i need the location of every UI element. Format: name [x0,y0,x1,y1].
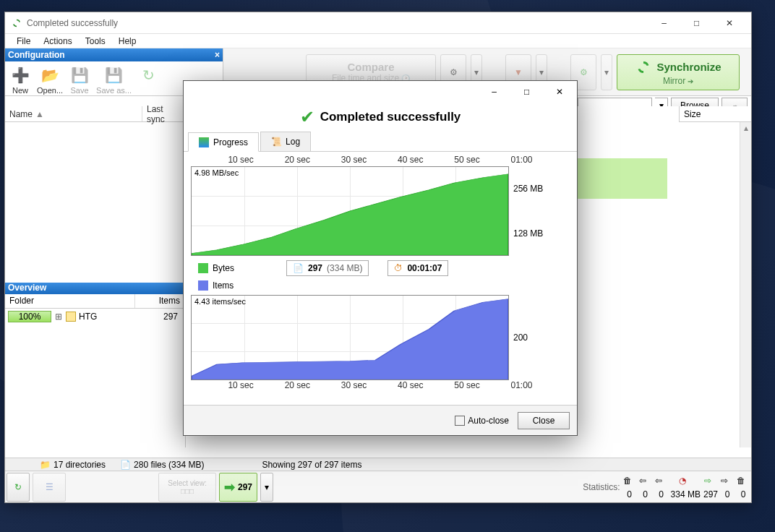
minimize-button[interactable]: – [648,13,680,33]
title-bar: Completed successfully – □ ✕ [5,12,751,34]
synchronize-button[interactable]: Synchronize Mirror ➔ [617,54,740,90]
autoclose-option[interactable]: Auto-close [455,416,509,426]
select-view-panel: Select view: □□□ [158,473,216,502]
select-view-label: Select view: [168,479,206,487]
gear-icon: ⚙ [580,67,588,77]
charts-area: 10 sec20 sec30 sec40 sec50 sec01:00 4.98… [184,152,577,395]
legend-row: Bytes 📄 297 (334 MB) ⏱ 00:01:07 [191,256,570,280]
stat-update-right: ⇨0 [721,476,734,499]
showing-text: Showing 297 of 297 items [262,460,361,470]
items-y-labels: 200 [509,295,555,380]
overview-row[interactable]: 100% ⊞ HTG 297 [5,309,185,325]
open-label: Open... [37,86,63,95]
save-config-button[interactable]: 💾 Save [67,64,92,96]
plus-icon: ⇦ [655,476,668,489]
sync-icon [635,59,652,76]
save-icon: 💾 [70,66,89,85]
sync-subtitle: Mirror [663,76,685,86]
bytes-area-fill [192,167,508,255]
autoclose-checkbox[interactable] [455,416,465,426]
new-label: New [12,86,28,95]
tab-progress[interactable]: Progress [188,132,259,152]
plus-right-icon: ⇨ [704,476,717,489]
status-summary-row: 📁 17 directories 📄 280 files (334 MB) Sh… [5,458,751,471]
bytes-x-axis: 10 sec20 sec30 sec40 sec50 sec01:00 [191,155,570,166]
sync-settings-dropdown-button[interactable]: ▾ [601,54,612,90]
items-chart: 4.43 items/sec [191,295,509,380]
trash-icon: 🗑 [737,476,750,489]
dialog-maximize-button[interactable]: □ [510,82,543,102]
ov-col-folder[interactable]: Folder [5,294,135,308]
autoclose-label: Auto-close [468,416,509,426]
dialog-footer: Auto-close Close [184,405,577,435]
progress-icon [199,137,209,147]
window-title: Completed successfully [27,18,648,28]
refresh-button[interactable]: ↻ [7,473,30,502]
col-name[interactable]: Name ▲ [5,106,142,121]
stat-delete-left: 🗑0 [623,476,636,499]
status-area: 📁 17 directories 📄 280 files (334 MB) Sh… [5,458,751,502]
bytes-legend-label: Bytes [213,263,234,273]
menu-help[interactable]: Help [113,35,142,48]
clock-icon: ⏱ [394,263,403,273]
status-action-row: ↻ ☰ Select view: □□□ ➡ 297 ▾ Statistics:… [5,471,751,503]
folder-icon: 📁 [40,460,51,470]
items-x-axis: 10 sec20 sec30 sec40 sec50 sec01:00 [191,380,570,392]
progress-pct: 100% [19,312,41,322]
stat-create-right: ⇨297 [703,476,718,499]
menu-file[interactable]: File [11,35,36,48]
sync-count-button[interactable]: ➡ 297 [219,473,257,502]
dialog-minimize-button[interactable]: – [478,82,510,102]
ov-col-items[interactable]: Items [135,294,185,308]
close-button[interactable]: Close [518,412,570,429]
file-icon: 📄 [293,263,304,273]
arrow-right-icon: ⇨ [721,476,734,489]
menu-bar: File Actions Tools Help [5,34,751,48]
sync-dropdown-button[interactable]: ▾ [260,473,273,502]
sync-title: Synchronize [656,61,721,73]
svg-marker-1 [192,299,508,379]
save-label: Save [71,86,89,95]
tab-log[interactable]: 📜 Log [260,132,311,151]
maximize-button[interactable]: □ [680,13,713,33]
file-icon: 📄 [120,460,131,470]
items-legend-swatch [198,280,208,291]
items-rate-label: 4.43 items/sec [194,297,246,306]
saveas-config-button[interactable]: 💾 Save as... [93,64,134,96]
col-lastsync[interactable]: Last sync [142,106,185,121]
tab-log-label: Log [286,137,300,147]
sync-count: 297 [238,482,252,492]
open-config-button[interactable]: 📂 Open... [34,64,66,96]
menu-tools[interactable]: Tools [80,35,111,48]
elapsed-value: 00:01:07 [407,263,442,273]
expand-icon[interactable]: ⊞ [54,312,63,322]
stat-delete-right: 🗑0 [737,476,750,499]
new-config-button[interactable]: ➕ New [8,64,33,96]
menu-actions[interactable]: Actions [38,35,77,48]
app-icon [11,17,22,29]
overview-columns: Folder Items [5,294,185,309]
view-mode-button[interactable]: ☰ [33,473,66,502]
close-window-button[interactable]: ✕ [713,13,745,33]
bytes-chart: 4.98 MB/sec [191,166,509,256]
dialog-title: Completed successfully [320,110,461,124]
close-label: Close [533,416,555,426]
count-value: 297 [308,263,322,273]
progress-bar: 100% [8,311,51,322]
refresh-icon: ↻ [14,482,22,492]
stat-update-left: ⇦0 [639,476,652,499]
configuration-close-icon[interactable]: × [215,50,220,60]
stat-size: ◔334 MB [671,476,701,499]
folder-icon [66,312,76,322]
bytes-rate-label: 4.98 MB/sec [194,168,239,177]
grid-size-col[interactable]: Size [679,106,751,122]
pie-icon: ◔ [679,476,692,489]
dialog-close-button[interactable]: ✕ [543,82,575,102]
configuration-title: Configuration [8,50,65,60]
scroll-up-icon[interactable]: ▴ [740,122,751,134]
batch-config-button[interactable]: ↻ [136,64,160,96]
dialog-tabs: Progress 📜 Log [184,132,577,152]
saveas-icon: 💾 [105,66,124,85]
scrollbar[interactable]: ▴ [740,122,751,447]
gear-icon: ⚙ [450,67,458,77]
